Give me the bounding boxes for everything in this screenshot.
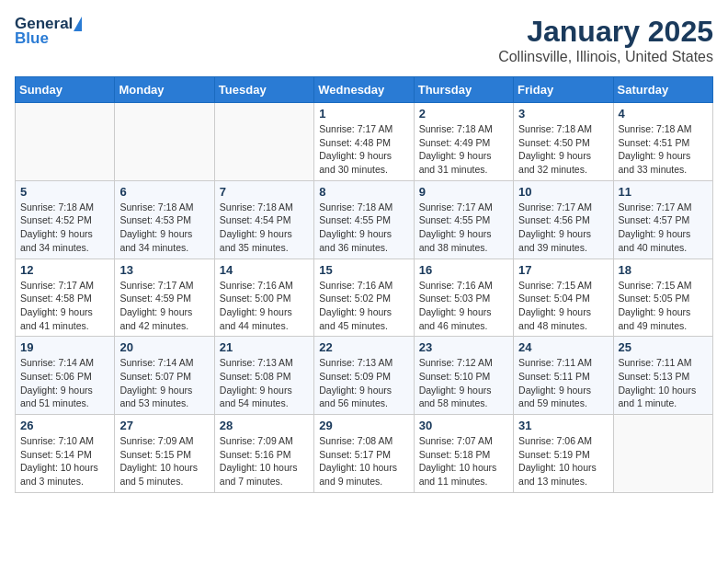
calendar-cell: 27Sunrise: 7:09 AMSunset: 5:15 PMDayligh…	[115, 415, 214, 493]
calendar-cell: 7Sunrise: 7:18 AMSunset: 4:54 PMDaylight…	[214, 180, 313, 259]
day-number: 12	[20, 263, 109, 277]
col-header-thursday: Thursday	[414, 77, 513, 103]
logo-blue: Blue	[15, 29, 49, 48]
day-number: 26	[20, 419, 109, 432]
day-info-line: Sunrise: 7:16 AM	[220, 279, 309, 293]
day-info-line: Sunrise: 7:18 AM	[220, 201, 309, 214]
calendar-cell: 22Sunrise: 7:13 AMSunset: 5:09 PMDayligh…	[314, 337, 414, 415]
col-header-saturday: Saturday	[613, 77, 712, 103]
day-info-line: Sunrise: 7:17 AM	[319, 122, 408, 136]
calendar-table: SundayMondayTuesdayWednesdayThursdayFrid…	[15, 76, 713, 493]
day-info: Sunrise: 7:18 AMSunset: 4:54 PMDaylight:…	[220, 201, 309, 255]
day-info: Sunrise: 7:15 AMSunset: 5:04 PMDaylight:…	[518, 279, 608, 333]
calendar-cell: 12Sunrise: 7:17 AMSunset: 4:58 PMDayligh…	[16, 259, 115, 337]
day-info-line: Sunset: 5:06 PM	[20, 370, 109, 384]
day-info: Sunrise: 7:10 AMSunset: 5:14 PMDaylight:…	[20, 434, 109, 488]
col-header-wednesday: Wednesday	[314, 77, 414, 103]
day-info: Sunrise: 7:17 AMSunset: 4:57 PMDaylight:…	[619, 201, 708, 255]
day-info-line: Sunset: 5:14 PM	[20, 448, 109, 462]
day-info-line: Daylight: 9 hours and 53 minutes.	[119, 384, 209, 410]
day-number: 7	[220, 185, 309, 199]
calendar-week-row: 1Sunrise: 7:17 AMSunset: 4:48 PMDaylight…	[16, 103, 713, 181]
day-info-line: Sunrise: 7:18 AM	[319, 201, 408, 214]
day-info-line: Daylight: 9 hours and 33 minutes.	[619, 149, 708, 176]
calendar-cell: 17Sunrise: 7:15 AMSunset: 5:04 PMDayligh…	[514, 259, 613, 337]
day-info: Sunrise: 7:18 AMSunset: 4:55 PMDaylight:…	[319, 201, 408, 255]
calendar-cell: 10Sunrise: 7:17 AMSunset: 4:56 PMDayligh…	[514, 180, 613, 259]
day-info-line: Sunset: 5:07 PM	[119, 370, 209, 384]
day-info-line: Sunrise: 7:18 AM	[419, 122, 508, 136]
page-subtitle: Collinsville, Illinois, United States	[498, 49, 713, 65]
day-info-line: Daylight: 10 hours and 5 minutes.	[119, 461, 209, 488]
day-info-line: Sunset: 5:08 PM	[220, 370, 309, 384]
calendar-cell: 3Sunrise: 7:18 AMSunset: 4:50 PMDaylight…	[514, 103, 613, 181]
day-info-line: Sunset: 5:18 PM	[419, 448, 508, 462]
day-info-line: Daylight: 9 hours and 36 minutes.	[319, 227, 408, 254]
day-info-line: Daylight: 9 hours and 38 minutes.	[419, 227, 508, 254]
day-info-line: Sunrise: 7:13 AM	[220, 356, 309, 370]
page-header: General Blue January 2025 Collinsville, …	[15, 15, 713, 65]
day-info: Sunrise: 7:14 AMSunset: 5:07 PMDaylight:…	[119, 356, 209, 410]
calendar-cell: 16Sunrise: 7:16 AMSunset: 5:03 PMDayligh…	[414, 259, 513, 337]
day-info-line: Daylight: 9 hours and 42 minutes.	[119, 305, 209, 332]
calendar-cell: 6Sunrise: 7:18 AMSunset: 4:53 PMDaylight…	[115, 180, 214, 259]
day-info-line: Sunrise: 7:12 AM	[419, 356, 508, 370]
day-info-line: Sunset: 5:10 PM	[419, 370, 508, 384]
calendar-cell	[115, 103, 214, 181]
calendar-cell: 1Sunrise: 7:17 AMSunset: 4:48 PMDaylight…	[314, 103, 414, 181]
calendar-cell: 9Sunrise: 7:17 AMSunset: 4:55 PMDaylight…	[414, 180, 513, 259]
calendar-cell: 25Sunrise: 7:11 AMSunset: 5:13 PMDayligh…	[613, 337, 712, 415]
day-info-line: Sunrise: 7:15 AM	[518, 279, 608, 293]
day-info-line: Sunset: 4:54 PM	[220, 213, 309, 227]
day-info-line: Sunset: 5:16 PM	[220, 448, 309, 462]
calendar-week-row: 12Sunrise: 7:17 AMSunset: 4:58 PMDayligh…	[16, 259, 713, 337]
day-info-line: Sunrise: 7:10 AM	[20, 434, 109, 448]
day-info-line: Sunset: 5:09 PM	[319, 370, 408, 384]
day-info: Sunrise: 7:17 AMSunset: 4:58 PMDaylight:…	[20, 279, 109, 333]
day-info-line: Daylight: 9 hours and 41 minutes.	[20, 305, 109, 332]
day-info-line: Sunset: 5:03 PM	[419, 292, 508, 305]
day-info-line: Daylight: 9 hours and 58 minutes.	[419, 384, 508, 410]
day-number: 3	[518, 107, 608, 121]
day-info-line: Daylight: 9 hours and 46 minutes.	[419, 305, 508, 332]
day-number: 31	[518, 419, 608, 432]
day-number: 28	[220, 419, 309, 432]
day-info-line: Sunset: 4:53 PM	[119, 213, 209, 227]
calendar-cell	[214, 103, 313, 181]
day-info: Sunrise: 7:16 AMSunset: 5:00 PMDaylight:…	[220, 279, 309, 333]
day-info-line: Sunset: 4:59 PM	[119, 292, 209, 305]
day-info-line: Daylight: 9 hours and 59 minutes.	[518, 384, 608, 410]
calendar-cell: 28Sunrise: 7:09 AMSunset: 5:16 PMDayligh…	[214, 415, 313, 493]
calendar-cell: 19Sunrise: 7:14 AMSunset: 5:06 PMDayligh…	[16, 337, 115, 415]
calendar-cell: 23Sunrise: 7:12 AMSunset: 5:10 PMDayligh…	[414, 337, 513, 415]
day-info: Sunrise: 7:13 AMSunset: 5:08 PMDaylight:…	[220, 356, 309, 410]
day-info-line: Sunrise: 7:18 AM	[119, 201, 209, 214]
day-info-line: Sunrise: 7:14 AM	[119, 356, 209, 370]
day-info: Sunrise: 7:18 AMSunset: 4:50 PMDaylight:…	[518, 122, 608, 177]
day-info: Sunrise: 7:11 AMSunset: 5:11 PMDaylight:…	[518, 356, 608, 410]
day-info-line: Sunrise: 7:09 AM	[119, 434, 209, 448]
day-info-line: Daylight: 9 hours and 56 minutes.	[319, 384, 408, 410]
day-info: Sunrise: 7:17 AMSunset: 4:59 PMDaylight:…	[119, 279, 209, 333]
day-info-line: Daylight: 10 hours and 1 minute.	[619, 384, 708, 410]
day-number: 5	[20, 185, 109, 199]
day-info-line: Sunrise: 7:09 AM	[220, 434, 309, 448]
calendar-cell: 2Sunrise: 7:18 AMSunset: 4:49 PMDaylight…	[414, 103, 513, 181]
calendar-cell: 21Sunrise: 7:13 AMSunset: 5:08 PMDayligh…	[214, 337, 313, 415]
day-info-line: Sunset: 4:58 PM	[20, 292, 109, 305]
day-info-line: Sunset: 5:11 PM	[518, 370, 608, 384]
day-number: 18	[619, 263, 708, 277]
calendar-cell: 11Sunrise: 7:17 AMSunset: 4:57 PMDayligh…	[613, 180, 712, 259]
day-number: 17	[518, 263, 608, 277]
day-info-line: Daylight: 9 hours and 34 minutes.	[20, 227, 109, 254]
day-info-line: Sunrise: 7:16 AM	[419, 279, 508, 293]
page-title: January 2025	[498, 15, 713, 49]
calendar-cell: 5Sunrise: 7:18 AMSunset: 4:52 PMDaylight…	[16, 180, 115, 259]
day-info-line: Sunset: 5:05 PM	[619, 292, 708, 305]
day-info-line: Sunrise: 7:16 AM	[319, 279, 408, 293]
col-header-tuesday: Tuesday	[214, 77, 313, 103]
calendar-cell	[613, 415, 712, 493]
day-number: 1	[319, 107, 408, 121]
day-info-line: Daylight: 9 hours and 34 minutes.	[119, 227, 209, 254]
day-info: Sunrise: 7:18 AMSunset: 4:51 PMDaylight:…	[619, 122, 708, 177]
